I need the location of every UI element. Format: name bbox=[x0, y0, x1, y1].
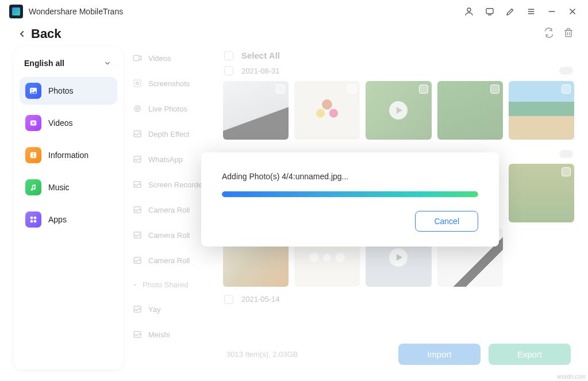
svg-rect-22 bbox=[30, 220, 33, 223]
back-row: Back bbox=[0, 23, 588, 47]
close-icon[interactable] bbox=[566, 5, 579, 18]
thumb-checkbox[interactable] bbox=[562, 84, 571, 94]
image-icon bbox=[132, 329, 143, 340]
language-dropdown[interactable]: English all bbox=[20, 54, 117, 77]
cancel-button[interactable]: Cancel bbox=[415, 211, 478, 232]
feedback-icon[interactable] bbox=[483, 5, 496, 18]
date-checkbox[interactable] bbox=[224, 295, 233, 304]
modal-message: Adding Photo(s) 4/4:unnamed.jpg... bbox=[222, 172, 478, 181]
photo-thumb[interactable] bbox=[437, 81, 503, 140]
count-pill bbox=[559, 150, 573, 158]
import-button[interactable]: Import bbox=[398, 344, 481, 365]
date-group-row: 2021-05-14 bbox=[221, 293, 577, 306]
svg-point-0 bbox=[467, 8, 471, 11]
image-icon bbox=[132, 255, 143, 265]
info-icon bbox=[25, 147, 41, 163]
category-item[interactable]: Camera Roll bbox=[128, 249, 216, 271]
footer: 3013 Item(s), 2.03GB Import Export bbox=[223, 340, 574, 368]
svg-rect-23 bbox=[34, 220, 37, 223]
sidebar-item-videos[interactable]: Videos bbox=[20, 109, 117, 137]
svg-point-13 bbox=[32, 89, 33, 90]
app-title: Wondershare MobileTrans bbox=[29, 7, 123, 16]
category-divider: Photo Shared bbox=[128, 275, 216, 295]
watermark: wsxdn.com bbox=[557, 374, 586, 380]
photo-thumb[interactable] bbox=[366, 81, 431, 140]
delete-icon[interactable] bbox=[563, 27, 574, 41]
category-item[interactable]: Yay bbox=[128, 298, 216, 320]
sidebar: English all Photos Videos Information Mu… bbox=[14, 47, 123, 370]
date-checkbox[interactable] bbox=[224, 66, 233, 75]
music-icon bbox=[25, 179, 41, 195]
play-icon bbox=[389, 101, 408, 120]
caret-down-icon bbox=[132, 282, 138, 288]
apps-icon bbox=[25, 211, 41, 228]
svg-point-18 bbox=[33, 153, 34, 155]
photo-thumb[interactable] bbox=[223, 81, 289, 140]
image-icon bbox=[132, 304, 143, 314]
window-controls bbox=[463, 5, 579, 18]
edit-icon[interactable] bbox=[504, 5, 517, 18]
live-icon bbox=[132, 103, 143, 114]
category-item[interactable]: Videos bbox=[128, 47, 216, 69]
photo-thumb[interactable] bbox=[294, 81, 360, 140]
svg-rect-24 bbox=[133, 56, 139, 61]
minimize-icon[interactable] bbox=[545, 5, 558, 18]
thumb-checkbox[interactable] bbox=[276, 84, 285, 94]
date-label: 2021-05-14 bbox=[241, 295, 280, 303]
svg-point-26 bbox=[136, 82, 139, 85]
dropdown-label: English all bbox=[24, 59, 64, 68]
thumb-checkbox[interactable] bbox=[562, 167, 571, 176]
svg-point-28 bbox=[136, 107, 139, 110]
category-item[interactable]: Live Photos bbox=[128, 98, 216, 120]
menu-icon[interactable] bbox=[525, 5, 537, 18]
sidebar-item-music[interactable]: Music bbox=[20, 174, 117, 201]
sidebar-item-information[interactable]: Information bbox=[20, 141, 117, 169]
svg-rect-25 bbox=[134, 80, 141, 87]
category-item[interactable]: Meishi bbox=[128, 324, 216, 345]
user-icon[interactable] bbox=[463, 5, 475, 18]
sidebar-item-label: Photos bbox=[48, 86, 74, 95]
photo-thumb[interactable] bbox=[509, 81, 574, 140]
export-button[interactable]: Export bbox=[489, 344, 571, 365]
sidebar-item-label: Music bbox=[48, 183, 70, 192]
svg-rect-1 bbox=[486, 9, 493, 14]
select-all-checkbox[interactable] bbox=[224, 51, 233, 60]
screenshot-icon bbox=[132, 78, 143, 88]
date-label: 2021-08-31 bbox=[241, 67, 280, 75]
title-bar: Wondershare MobileTrans bbox=[0, 0, 588, 23]
refresh-icon[interactable] bbox=[543, 27, 555, 41]
svg-point-27 bbox=[134, 106, 141, 112]
video-icon bbox=[132, 53, 143, 63]
back-label: Back bbox=[31, 26, 62, 41]
image-icon bbox=[132, 205, 143, 215]
image-icon bbox=[132, 179, 143, 190]
image-icon bbox=[132, 154, 143, 164]
videos-icon bbox=[25, 115, 41, 131]
select-all-label: Select All bbox=[241, 51, 280, 60]
item-stats: 3013 Item(s), 2.03GB bbox=[226, 350, 298, 359]
count-pill bbox=[559, 67, 573, 75]
progress-bar-track bbox=[222, 191, 478, 197]
sidebar-item-photos[interactable]: Photos bbox=[20, 77, 117, 105]
thumb-checkbox[interactable] bbox=[490, 84, 499, 94]
photo-grid bbox=[221, 78, 577, 145]
sidebar-item-label: Information bbox=[48, 151, 89, 160]
category-item[interactable]: Depth Effect bbox=[128, 123, 216, 145]
thumb-checkbox[interactable] bbox=[347, 84, 356, 94]
sidebar-item-label: Videos bbox=[48, 118, 73, 128]
progress-bar-fill bbox=[222, 191, 478, 197]
image-icon bbox=[132, 230, 143, 240]
svg-rect-8 bbox=[566, 30, 571, 37]
progress-modal: Adding Photo(s) 4/4:unnamed.jpg... Cance… bbox=[201, 152, 499, 247]
select-all-row: Select All bbox=[221, 47, 577, 64]
image-icon bbox=[132, 129, 143, 139]
thumb-checkbox[interactable] bbox=[419, 84, 428, 94]
photos-icon bbox=[25, 83, 41, 99]
chevron-down-icon bbox=[103, 59, 112, 67]
back-button[interactable]: Back bbox=[18, 26, 62, 41]
photo-thumb[interactable] bbox=[509, 164, 574, 222]
svg-rect-19 bbox=[33, 155, 34, 157]
category-item[interactable]: Screenshots bbox=[128, 72, 216, 94]
sidebar-item-apps[interactable]: Apps bbox=[20, 206, 117, 233]
play-icon bbox=[389, 248, 408, 267]
